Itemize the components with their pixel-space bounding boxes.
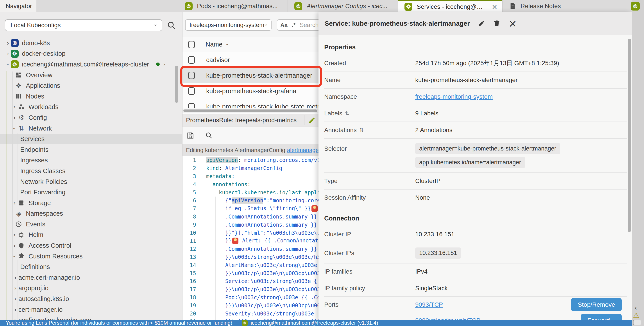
port-link[interactable]: 9093/TCP [415,301,443,308]
chevron-down-icon: › [153,24,158,26]
kubeconfig-select[interactable]: Local Kubeconfigs › [5,19,162,31]
table-row[interactable]: cadvisor [182,52,318,68]
tab-services[interactable]: ☸Services - icecheng@math...× [398,0,502,12]
sidebar-item-argoproj-io[interactable]: ›argoproj.io [0,283,182,294]
chevron-right-icon[interactable]: › [5,50,11,57]
row-checkbox[interactable] [188,72,195,79]
table-row[interactable]: kube-prometheus-stack-kube-state-metrics [182,99,318,108]
sidebar-item-icecheng-mathmast-com-freeleaps-cluster[interactable]: ›☸icecheng@mathmast.com@freeleaps-cluste… [0,59,182,70]
code-text: }})\u003c/p\u003e\n\u003cp\u00 [206,302,318,309]
sidebar-item-events[interactable]: Events [0,219,182,230]
sort-toggle-icon[interactable]: ⇅ [359,128,364,133]
sort-ascending-icon[interactable]: › [224,44,230,46]
sidebar-item-ingress-classes[interactable]: Ingress Classes [0,166,182,176]
dock-tab-prometheusrule[interactable]: PrometheusRule: freepeals-prod-metrics [182,114,318,127]
namespace-link[interactable]: freeleaps-monitoring-system [415,93,493,100]
sidebar-item-helm[interactable]: ›Helm [0,230,182,240]
sidebar-item-docker-desktop[interactable]: ›☸docker-desktop [0,48,182,59]
code-line: 6 {"apiVersion":"monitoring.coreo [182,196,318,205]
search-placeholder: Search [300,22,318,28]
table-row[interactable]: kube-prometheus-stack-alertmanager [182,68,318,83]
sidebar-item-demo-k8s[interactable]: ›☸demo-k8s [0,38,182,48]
line-number: 6 [182,198,202,204]
sidebar-item-label: Access Control [28,242,71,249]
sidebar-item-port-forwarding[interactable]: Port Forwarding [0,187,182,198]
yaml-editor[interactable]: 1apiVersion: monitoring.coreos.com/v12ki… [182,156,318,320]
regex-icon[interactable]: .* [292,22,296,28]
sidebar-item-workloads[interactable]: ›Workloads [0,102,182,112]
divider [200,130,200,141]
sidebar-item-custom-resources[interactable]: ›Custom Resources [0,251,182,262]
chevron-left-icon: ‹ [634,304,637,312]
line-number: 1 [182,157,202,163]
sidebar-item-cert-manager-io[interactable]: ›cert-manager.io [0,304,182,315]
code-text: kind: AlertmanagerConfig [206,165,282,171]
detail-label: Cluster IPs [324,250,415,257]
edit-pencil-icon[interactable] [308,117,316,124]
sidebar-item-applications[interactable]: ❖Applications [0,80,182,91]
search-icon[interactable] [167,20,176,30]
search-icon[interactable] [205,132,213,140]
sidebar-item-endpoints[interactable]: Endpoints [0,144,182,155]
close-icon[interactable]: × [489,3,500,10]
sidebar-item-definitions[interactable]: Definitions [0,262,182,272]
chevron-right-icon[interactable]: › [5,40,11,46]
code-text: }}🚨 Alert: {{ .CommonAnnotatio [206,238,318,244]
sidebar-item-storage[interactable]: ›Storage [0,198,182,208]
chevron-right-icon[interactable]: › [163,62,166,67]
name-column-header[interactable]: Name [206,41,222,48]
stop-remove-button[interactable]: Stop/Remove [571,298,622,311]
trash-icon[interactable] [493,20,500,27]
tab-release[interactable]: Release Notes [502,0,573,12]
chevron-down-icon[interactable]: › [5,61,11,68]
namespace-select[interactable]: freeleaps-monitoring-system › [185,19,272,31]
editing-resource-link[interactable]: alertmanager [287,147,318,154]
code-line: 16 Service:\u003c/strong\u003e { [182,277,318,286]
tab-pods[interactable]: ☸Pods - icecheng@mathmas... [178,0,288,12]
drawer-body: PropertiesCreated254d 17h 50m ago (2025年… [318,35,627,321]
row-checkbox[interactable] [188,103,195,108]
table-row[interactable]: kube-prometheus-stack-grafana [182,83,318,99]
sidebar-item-configuration-konghq-com[interactable]: ›configuration.konghq.com [0,315,182,320]
horizontal-scrollbar[interactable] [182,108,318,113]
detail-value: SingleStack [415,285,448,292]
active-cluster-text[interactable]: icecheng@mathmast.com@freeleaps-cluster … [251,320,378,326]
sidebar-item-acme-cert-manager-io[interactable]: ›acme.cert-manager.io [0,272,182,283]
code-text: .CommonAnnotations.summary }} [206,222,317,228]
search-input[interactable]: Aa .* Search [277,19,318,31]
sidebar-item-label: Network [28,125,52,132]
sidebar-item-namespaces[interactable]: ◈Namespaces [0,208,182,219]
code-line: 8 .CommonAnnotations.summary }} [182,213,318,221]
sidebar-item-autoscaling-k8s-io[interactable]: ›autoscaling.k8s.io [0,294,182,304]
save-icon[interactable] [186,132,194,140]
code-line: 2kind: AlertmanagerConfig [182,164,318,172]
sidebar-item-ingresses[interactable]: Ingresses [0,155,182,166]
sidebar-item-services[interactable]: Services [0,134,182,144]
drawer-scrollbar[interactable] [628,38,631,232]
code-line: 17 }}\u003c/p\u003e\n\u003cp\u003 [182,286,318,294]
sidebar-item-config[interactable]: ›⚙Config [0,112,182,123]
match-case-icon[interactable]: Aa [280,22,288,28]
line-number: 7 [182,206,202,212]
sidebar-item-overview[interactable]: Overview [0,70,182,80]
sidebar-item-access-control[interactable]: ›Access Control [0,240,182,251]
sidebar-scrollbar[interactable] [175,66,178,103]
row-checkbox[interactable] [188,87,195,95]
row-checkbox[interactable] [188,56,195,64]
line-number: 3 [182,173,202,180]
namespaces-icon: ◈ [15,210,22,218]
sidebar-item-network[interactable]: ›⇅Network [0,123,182,134]
edit-pencil-icon[interactable] [478,20,485,27]
detail-label: Namespace [324,93,415,100]
section-heading-connection: Connection [324,210,627,226]
line-number: 17 [182,286,202,292]
section-connection: Cluster IP10.233.16.151Cluster IPs10.233… [324,226,627,321]
tab-alertmanager[interactable]: ☸Alertmanager Configs - icec... [288,0,398,12]
sidebar-item-network-policies[interactable]: Network Policies [0,176,182,187]
service-name: kube-prometheus-stack-kube-state-metrics [206,103,318,108]
select-all-checkbox[interactable] [188,41,195,48]
sidebar-item-nodes[interactable]: Nodes [0,91,182,102]
sort-toggle-icon[interactable]: ⇅ [345,111,350,116]
close-icon[interactable]: × [508,18,517,28]
line-number: 8 [182,214,202,220]
